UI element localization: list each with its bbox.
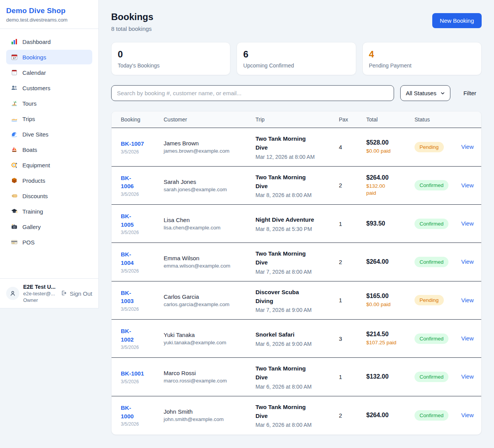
sailboat-icon xyxy=(11,146,18,153)
total-cell: $214.50 $107.25 paid xyxy=(366,331,414,346)
filter-row: All Statuses Filter xyxy=(111,85,482,101)
trip-name: Two Tank Morning Dive xyxy=(255,403,306,421)
status-badge: Pending xyxy=(414,295,444,305)
sidebar-item-label: Dashboard xyxy=(22,39,51,45)
sidebar-item-products[interactable]: Products xyxy=(6,173,92,188)
trip-name: Night Dive Adventure xyxy=(255,215,339,224)
total-cell: $528.00 $0.00 paid xyxy=(366,139,414,155)
trip-name: Two Tank Morning Dive xyxy=(255,134,306,152)
total-cell: $264.00 xyxy=(366,412,414,419)
view-link[interactable]: View xyxy=(461,412,474,418)
sign-out-button[interactable]: Sign Out xyxy=(61,290,92,297)
customer-email: john.smith@example.com xyxy=(164,416,255,422)
stat-label: Today's Bookings xyxy=(118,62,224,69)
trip-time: Mar 7, 2026 at 8:00 AM xyxy=(255,269,339,275)
booking-id-link[interactable]: BK-1006 xyxy=(121,174,139,191)
actions-cell: View xyxy=(461,412,474,419)
customer-cell: James Brown james.brown@example.com xyxy=(164,140,255,154)
pax-cell: 2 xyxy=(339,259,366,265)
filter-button[interactable]: Filter xyxy=(458,87,482,99)
booking-date: 3/5/2026 xyxy=(121,307,164,312)
trip-time: Mar 6, 2026 at 8:00 AM xyxy=(255,422,339,428)
trip-time: Mar 8, 2026 at 8:00 AM xyxy=(255,192,339,198)
booking-id-link[interactable]: BK-1005 xyxy=(121,212,139,229)
actions-cell: View xyxy=(461,373,474,380)
sidebar-user-footer: E2E Test U... e2e-tester@... Owner Sign … xyxy=(0,278,98,308)
table-header-row: Booking Customer Trip Pax Total Status xyxy=(112,111,481,128)
customer-email: lisa.chen@example.com xyxy=(164,225,255,231)
view-link[interactable]: View xyxy=(461,182,474,189)
credit-card-icon xyxy=(11,239,18,246)
trip-name: Two Tank Morning Dive xyxy=(255,173,306,191)
actions-cell: View xyxy=(461,258,474,265)
sidebar-item-label: Customers xyxy=(22,85,51,91)
stat-label: Pending Payment xyxy=(369,62,475,69)
booking-id-link[interactable]: BK-1007 xyxy=(121,140,144,148)
sidebar-item-discounts[interactable]: Discounts xyxy=(6,189,92,203)
booking-cell: BK-1007 3/5/2026 xyxy=(121,140,164,155)
booking-id-link[interactable]: BK-1004 xyxy=(121,250,139,267)
booking-id-link[interactable]: BK-1001 xyxy=(121,369,144,378)
total-amount: $264.00 xyxy=(366,174,414,181)
sidebar-item-tours[interactable]: Tours xyxy=(6,96,92,111)
sidebar-item-trips[interactable]: Trips xyxy=(6,111,92,126)
brand-block[interactable]: Demo Dive Shop demo.test.divestreams.com xyxy=(0,0,98,29)
booking-id-link[interactable]: BK-1002 xyxy=(121,327,139,344)
sidebar-item-dashboard[interactable]: Dashboard xyxy=(6,34,92,49)
sidebar-item-label: POS xyxy=(22,239,35,246)
search-input[interactable] xyxy=(111,85,394,101)
status-badge: Confirmed xyxy=(414,180,448,190)
page-header: Bookings 8 total bookings New Booking xyxy=(111,12,482,32)
sidebar-item-boats[interactable]: Boats xyxy=(6,142,92,157)
table-row: BK-1004 3/5/2026 Emma Wilson emma.wilson… xyxy=(112,243,481,281)
status-select[interactable]: All Statuses xyxy=(400,85,450,101)
brand-title: Demo Dive Shop xyxy=(6,7,92,15)
sidebar-nav: Dashboard 17 Bookings Calendar Customers… xyxy=(0,29,98,278)
speedboat-icon xyxy=(11,115,18,122)
status-cell: Pending xyxy=(414,295,461,305)
view-link[interactable]: View xyxy=(461,143,474,150)
sidebar-item-pos[interactable]: POS xyxy=(6,235,92,249)
stat-card-todays-bookings: 0 Today's Bookings xyxy=(111,42,230,75)
page-subtitle: 8 total bookings xyxy=(111,25,153,32)
booking-date: 3/5/2026 xyxy=(121,345,164,350)
customer-name: John Smith xyxy=(164,408,255,415)
view-link[interactable]: View xyxy=(461,258,474,265)
table-row: BK-1005 3/5/2026 Lisa Chen lisa.chen@exa… xyxy=(112,205,481,243)
total-amount: $264.00 xyxy=(366,258,414,265)
sidebar-item-gallery[interactable]: Gallery xyxy=(6,219,92,234)
sidebar-item-training[interactable]: Training xyxy=(6,204,92,219)
sidebar-item-calendar[interactable]: Calendar xyxy=(6,65,92,80)
view-link[interactable]: View xyxy=(461,335,474,342)
trip-cell: Two Tank Morning Dive Mar 6, 2026 at 8:0… xyxy=(255,364,339,390)
customer-name: Lisa Chen xyxy=(164,217,255,223)
booking-cell: BK-1003 3/5/2026 xyxy=(121,289,164,312)
new-booking-button[interactable]: New Booking xyxy=(432,13,482,28)
sidebar-item-label: Calendar xyxy=(22,69,46,76)
view-link[interactable]: View xyxy=(461,220,474,227)
pax-cell: 1 xyxy=(339,221,366,227)
status-cell: Confirmed xyxy=(414,372,461,382)
booking-id-link[interactable]: BK-1003 xyxy=(121,289,139,306)
sidebar-item-customers[interactable]: Customers xyxy=(6,81,92,95)
booking-date: 3/5/2026 xyxy=(121,192,164,197)
trip-time: Mar 6, 2026 at 9:00 AM xyxy=(255,341,339,347)
view-link[interactable]: View xyxy=(461,373,474,380)
total-cell: $264.00 xyxy=(366,258,414,265)
sidebar-item-bookings[interactable]: 17 Bookings xyxy=(6,50,92,64)
sidebar-item-dive-sites[interactable]: Dive Sites xyxy=(6,127,92,141)
customer-cell: Carlos Garcia carlos.garcia@example.com xyxy=(164,293,255,307)
sidebar-item-label: Bookings xyxy=(22,54,46,61)
view-link[interactable]: View xyxy=(461,297,474,303)
avatar xyxy=(6,287,19,300)
booking-id-link[interactable]: BK-1000 xyxy=(121,404,139,421)
sidebar-item-label: Dive Sites xyxy=(22,131,49,138)
actions-cell: View xyxy=(461,182,474,189)
sidebar-item-label: Boats xyxy=(22,147,37,153)
stat-card-upcoming-confirmed: 6 Upcoming Confirmed xyxy=(237,42,356,75)
sidebar-item-label: Equipment xyxy=(22,162,50,168)
sidebar-item-equipment[interactable]: Equipment xyxy=(6,158,92,172)
pax-cell: 2 xyxy=(339,182,366,189)
sidebar-item-label: Products xyxy=(22,177,45,184)
page-header-text: Bookings 8 total bookings xyxy=(111,12,153,32)
